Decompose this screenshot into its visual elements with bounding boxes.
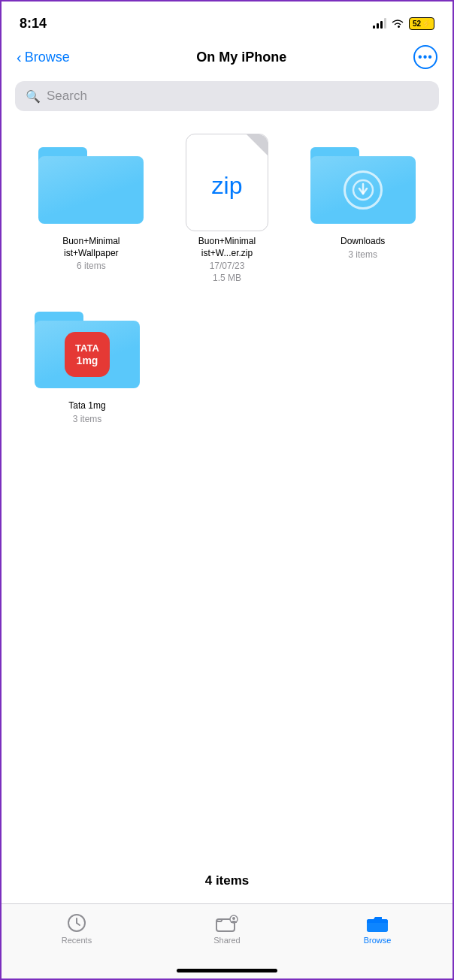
status-time: 8:14 — [20, 16, 47, 32]
tab-recents-label: Recents — [62, 936, 92, 945]
back-chevron-icon: ‹ — [17, 49, 22, 66]
shared-icon — [216, 913, 238, 933]
file-item-folder1[interactable]: Buon+Minimalist+Wallpaper 6 items — [27, 134, 156, 283]
downloads-icon-wrapper — [303, 134, 423, 231]
file-grid: Buon+Minimalist+Wallpaper 6 items zip Bu… — [20, 134, 434, 283]
zip-label: zip — [212, 172, 243, 200]
tab-browse-label: Browse — [364, 936, 392, 945]
tab-shared-label: Shared — [213, 936, 240, 945]
nav-bar: ‹ Browse On My iPhone ••• — [2, 39, 452, 78]
zip-icon-wrapper: zip — [167, 134, 287, 231]
download-arrow-icon — [344, 170, 383, 210]
file-meta: 3 items — [348, 249, 377, 260]
tata-icon-wrapper: TATA 1mg — [27, 298, 147, 396]
search-icon: 🔍 — [26, 89, 41, 104]
folder-body: TATA 1mg — [35, 321, 140, 388]
folder-body — [310, 156, 416, 224]
tab-browse[interactable]: Browse — [347, 913, 407, 945]
file-grid-row2: TATA 1mg Tata 1mg 3 items — [20, 298, 434, 424]
zip-fold — [247, 134, 268, 155]
more-dots-icon: ••• — [418, 51, 433, 63]
tab-bar: Recents Shared — [2, 903, 452, 978]
file-name: Downloads — [340, 236, 385, 248]
file-name: Buon+Minimalist+W...er.zip — [198, 236, 256, 259]
zip-file-icon: zip — [186, 134, 268, 231]
more-options-button[interactable]: ••• — [413, 45, 437, 69]
folder-body — [38, 156, 144, 224]
tab-recents[interactable]: Recents — [47, 913, 107, 945]
tata-app-icon: TATA 1mg — [65, 332, 110, 377]
search-bar[interactable]: 🔍 Search — [15, 81, 439, 111]
file-meta-date: 17/07/23 — [210, 261, 245, 271]
folder-icon-wrapper — [31, 134, 151, 231]
file-name: Tata 1mg — [68, 400, 105, 412]
content-area: Buon+Minimalist+Wallpaper 6 items zip Bu… — [2, 122, 452, 436]
downloads-folder-icon — [310, 141, 416, 224]
item-count-container: 4 items — [2, 873, 452, 888]
search-bar-container: 🔍 Search — [2, 78, 452, 122]
signal-icon — [373, 18, 386, 29]
tata-folder-icon: TATA 1mg — [35, 306, 140, 388]
file-meta: 3 items — [73, 414, 102, 424]
page-title: On My iPhone — [196, 50, 286, 65]
file-item-downloads[interactable]: Downloads 3 items — [298, 134, 427, 283]
file-meta-size: 1.5 MB — [213, 273, 241, 283]
svg-point-7 — [232, 917, 235, 920]
status-bar: 8:14 52 ⚡ — [2, 2, 452, 39]
status-icons: 52 ⚡ — [373, 17, 434, 30]
wifi-icon — [391, 18, 404, 29]
browse-icon — [366, 913, 389, 933]
file-name: Buon+Minimalist+Wallpaper — [62, 236, 120, 259]
home-indicator — [177, 969, 277, 972]
recents-icon — [65, 913, 88, 933]
file-item-tata1mg[interactable]: TATA 1mg Tata 1mg 3 items — [27, 298, 147, 424]
item-count: 4 items — [205, 873, 250, 888]
search-input[interactable]: Search — [47, 89, 87, 104]
tab-shared[interactable]: Shared — [197, 913, 257, 945]
folder-icon — [38, 141, 144, 224]
back-button[interactable]: ‹ Browse — [17, 49, 70, 66]
file-item-zip1[interactable]: zip Buon+Minimalist+W...er.zip 17/07/23 … — [163, 134, 292, 283]
svg-line-4 — [77, 923, 80, 925]
file-meta: 6 items — [77, 261, 106, 271]
battery-icon: 52 ⚡ — [409, 17, 434, 30]
back-label: Browse — [25, 50, 70, 65]
